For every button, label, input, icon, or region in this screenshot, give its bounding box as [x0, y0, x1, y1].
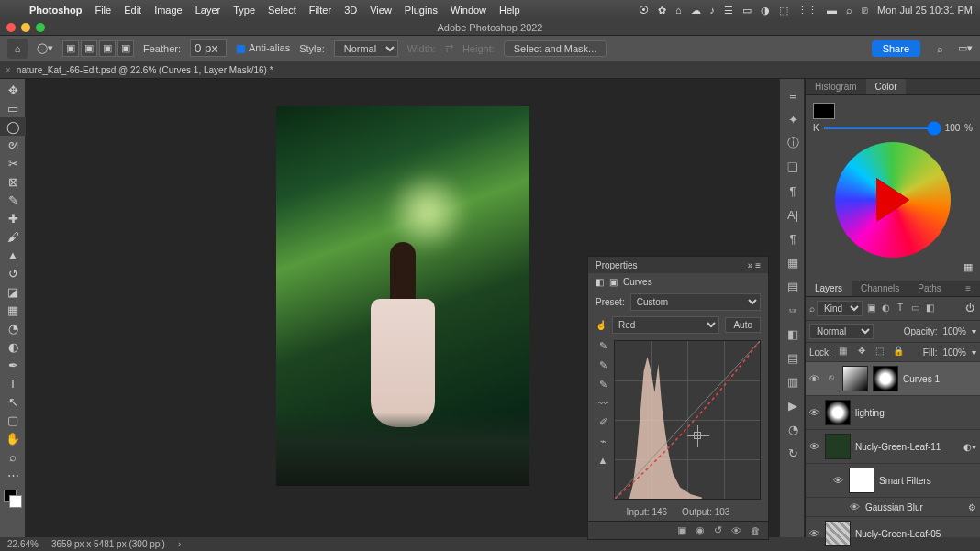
pencil-curve-icon[interactable]: ✐	[599, 416, 607, 428]
dock-icon[interactable]: ◧	[780, 322, 806, 346]
color-options-icon[interactable]: ▦	[963, 261, 973, 272]
battery-icon[interactable]: ▬	[827, 5, 837, 16]
layer-thumb[interactable]	[842, 366, 868, 391]
color-wheel[interactable]	[835, 142, 951, 258]
dock-icon[interactable]: ▶	[780, 393, 806, 417]
lock-artboard-icon[interactable]: ⬚	[874, 346, 886, 358]
menu-filter[interactable]: Filter	[309, 5, 331, 16]
filter-type-icon[interactable]: T	[894, 303, 907, 315]
lock-all-icon[interactable]: 🔒	[892, 346, 905, 358]
sel-sub[interactable]: ▣	[99, 40, 116, 57]
tab-color[interactable]: Color	[866, 79, 907, 94]
layer-name[interactable]: Nucly-Green-Leaf-05	[855, 529, 941, 539]
edit-toolbar[interactable]: ⋯	[0, 466, 26, 484]
menubar-extra-icon[interactable]: ⬚	[779, 5, 788, 17]
type-tool[interactable]: T	[0, 374, 26, 392]
curve-point-icon[interactable]: 〰	[598, 398, 608, 409]
smooth-icon[interactable]: ⌁	[600, 435, 607, 447]
filter-shape-icon[interactable]: ▭	[908, 303, 921, 315]
dock-icon[interactable]: ≡	[780, 83, 806, 107]
menubar-extra-icon[interactable]: ✿	[658, 5, 666, 17]
filter-smart-icon[interactable]: ◧	[923, 303, 936, 315]
sel-new[interactable]: ▣	[62, 40, 79, 57]
lasso-tool[interactable]: ᘛ	[0, 136, 26, 154]
layer-thumb[interactable]	[825, 434, 851, 459]
layer-name[interactable]: Curves 1	[903, 374, 940, 384]
input-value[interactable]: 146	[651, 507, 667, 517]
menu-layer[interactable]: Layer	[195, 5, 221, 16]
dock-icon[interactable]: ▥	[780, 369, 806, 393]
ellipse-marquee-tool[interactable]: ◯	[0, 117, 26, 136]
visibility-icon[interactable]: 👁	[809, 373, 820, 384]
menu-help[interactable]: Help	[499, 5, 520, 16]
stamp-tool[interactable]: ▲	[0, 246, 26, 264]
menu-type[interactable]: Type	[233, 5, 255, 16]
filter-options-icon[interactable]: ⚙	[968, 502, 976, 512]
tab-paths[interactable]: Paths	[908, 281, 951, 296]
control-center-icon[interactable]: ⎚	[862, 5, 868, 16]
share-button[interactable]: Share	[872, 40, 920, 57]
home-button[interactable]: ⌂	[7, 39, 28, 59]
menu-image[interactable]: Image	[154, 5, 183, 16]
rect-marquee-tool[interactable]: ▭	[0, 99, 26, 117]
menubar-extra-icon[interactable]: ⌂	[675, 5, 682, 16]
dock-icon[interactable]: ¶	[780, 179, 806, 203]
sampler-icon[interactable]: ✎	[599, 359, 607, 371]
filter-adj-icon[interactable]: ◐	[879, 303, 892, 315]
zoom-window[interactable]	[36, 23, 45, 32]
lock-position-icon[interactable]: ✥	[855, 346, 868, 358]
k-slider[interactable]	[823, 127, 941, 129]
tool-preset-icon[interactable]: ◯▾	[37, 42, 53, 54]
visibility-icon[interactable]: 👁	[809, 528, 820, 539]
shape-tool[interactable]: ▢	[0, 411, 26, 429]
sel-int[interactable]: ▣	[117, 40, 134, 57]
select-and-mask-button[interactable]: Select and Mask...	[504, 40, 607, 57]
gradient-tool[interactable]: ▦	[0, 301, 26, 319]
tab-channels[interactable]: Channels	[852, 281, 908, 296]
feather-input[interactable]	[190, 39, 227, 57]
panel-menu-icon[interactable]: ≡	[755, 260, 761, 270]
hist-icon[interactable]: ▲	[598, 455, 608, 466]
menu-file[interactable]: File	[95, 5, 111, 16]
link-icon[interactable]: ⎋	[825, 372, 838, 385]
foreground-swatch[interactable]	[813, 103, 835, 119]
menu-3d[interactable]: 3D	[344, 5, 357, 16]
dock-icon[interactable]: ⎃	[780, 298, 806, 322]
curve-point[interactable]	[694, 432, 701, 439]
status-more-icon[interactable]: ›	[178, 539, 181, 549]
filter-icon[interactable]: ⌕	[809, 303, 815, 314]
targeted-adj-icon[interactable]: ☝	[596, 320, 607, 330]
blend-mode-select[interactable]: Normal	[809, 324, 874, 339]
output-value[interactable]: 103	[715, 507, 730, 517]
layer-mask-thumb[interactable]	[873, 366, 898, 391]
dock-icon[interactable]: ❏	[780, 155, 806, 179]
filter-name[interactable]: Gaussian Blur	[865, 502, 923, 512]
dodge-tool[interactable]: ◐	[0, 337, 26, 356]
smart-filters-group[interactable]: 👁 Smart Filters	[806, 464, 980, 498]
menu-plugins[interactable]: Plugins	[405, 5, 438, 16]
dock-icon[interactable]: ▦	[780, 250, 806, 274]
smart-filter-item[interactable]: 👁 Gaussian Blur ⚙	[806, 498, 980, 517]
eraser-tool[interactable]: ◪	[0, 282, 26, 301]
menu-select[interactable]: Select	[268, 5, 296, 16]
menubar-extra-icon[interactable]: ◑	[761, 5, 770, 17]
sampler-icon[interactable]: ✎	[599, 379, 607, 391]
healing-tool[interactable]: ✚	[0, 209, 26, 227]
layer-name[interactable]: lighting	[855, 408, 885, 418]
blur-tool[interactable]: ◔	[0, 319, 26, 337]
brush-tool[interactable]: 🖌	[0, 227, 26, 246]
clock[interactable]: Mon Jul 25 10:31 PM	[877, 5, 973, 16]
filter-mask-thumb[interactable]	[849, 468, 874, 493]
dock-icon[interactable]: A|	[780, 203, 806, 226]
close-window[interactable]	[6, 23, 16, 32]
preset-select[interactable]: Custom	[630, 293, 761, 311]
visibility-icon[interactable]: 👁	[850, 501, 861, 512]
menubar-extra-icon[interactable]: ▭	[742, 5, 752, 17]
dock-icon[interactable]: ◔	[780, 417, 806, 441]
sel-add[interactable]: ▣	[81, 40, 97, 57]
dock-icon[interactable]: ¶	[780, 226, 806, 250]
menu-window[interactable]: Window	[451, 5, 486, 16]
visibility-icon[interactable]: 👁	[731, 525, 741, 536]
layer-name[interactable]: Nucly-Green-Leaf-11	[855, 442, 941, 452]
layer-fx-icon[interactable]: ◐▾	[963, 442, 976, 452]
